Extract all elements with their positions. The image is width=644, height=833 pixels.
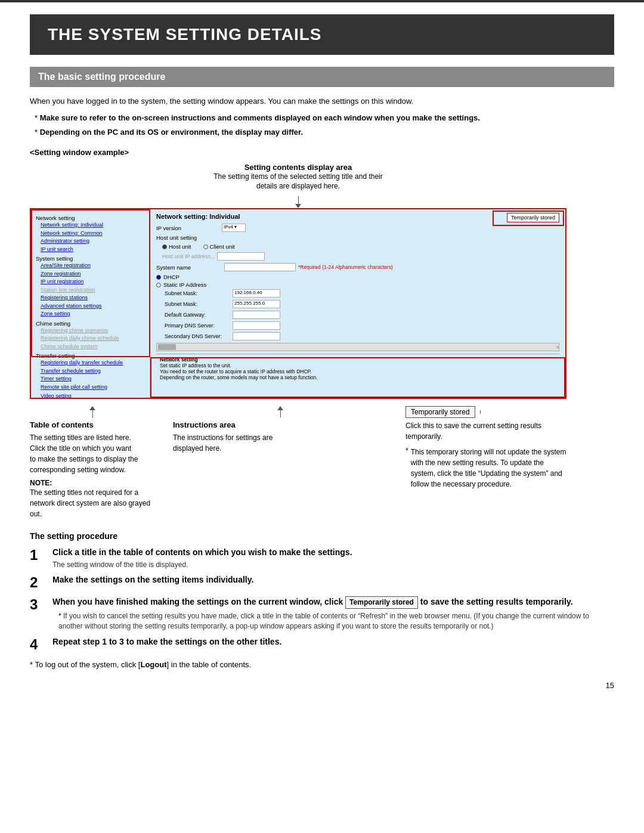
note-label: NOTE: — [30, 479, 155, 487]
step3-content: When you have finished making the settin… — [48, 596, 614, 631]
nav-group-transfer: Transfer setting — [36, 352, 145, 359]
step3-btn[interactable]: Temporarily stored — [345, 596, 418, 609]
setting-contents-area-label: Setting contents display area The settin… — [149, 163, 447, 192]
nav-zone-reg[interactable]: Zone registration — [36, 270, 145, 278]
mockup-secondary-dns-row: Secondary DNS Server: — [165, 332, 559, 340]
setting-window-label: <Setting window example> — [30, 148, 614, 157]
temp-stored-desc2: temporarily. — [405, 431, 566, 442]
procedure-section: The setting procedure 1 Click a title in… — [30, 531, 614, 669]
mockup-host-ip-input[interactable] — [217, 252, 265, 261]
mockup-content-title: Network setting: Individual — [156, 213, 559, 220]
note-text: The setting titles not required for a ne… — [30, 487, 155, 519]
setting-contents-title: Setting contents display area — [149, 163, 447, 172]
nav-admin-setting[interactable]: Administrator setting — [36, 237, 145, 246]
nav-station-line[interactable]: Station line registration — [36, 286, 145, 295]
section-title: The basic setting procedure — [38, 72, 606, 82]
temp-stored-desc1: Click this to save the current setting r… — [405, 420, 566, 431]
logout-note: To log out of the system, click [Logout]… — [35, 660, 251, 669]
step2-number: 2 — [30, 574, 48, 592]
nav-chime-scenarios[interactable]: Registering chime scenarios — [36, 327, 145, 335]
right-panel: Network setting: Individual Temporarily … — [150, 209, 565, 398]
mockup-dhcp-radio[interactable] — [156, 275, 161, 280]
section-heading: The basic setting procedure — [30, 67, 614, 87]
nav-group-network: Network setting — [36, 215, 145, 221]
mockup-client-unit-radio[interactable]: Client unit — [203, 243, 235, 250]
nav-chime-schedule[interactable]: Chime schedule system — [36, 343, 145, 351]
mockup-static-label: Static IP Address — [163, 281, 206, 288]
nav-ip-unit-reg[interactable]: IP unit registration — [36, 278, 145, 286]
mockup-subnet-label1: Subnet Mask: — [165, 290, 230, 296]
mockup-subnet-row: Subnet Mask: 255.255.255.0 — [165, 300, 559, 308]
setting-window-section: <Setting window example> Setting content… — [30, 148, 614, 520]
nav-transfer-schedule[interactable]: Transfer schedule setting — [36, 367, 145, 376]
mockup-primary-dns-input[interactable] — [233, 321, 280, 330]
mockup-ip-version-label: IP version — [156, 225, 222, 231]
nav-video[interactable]: Video setting — [36, 392, 145, 398]
step4-row: 4 Repeat step 1 to 3 to make the setting… — [30, 636, 614, 654]
mockup-required-note: *Required (1-24 Alphanumeric characters) — [298, 264, 393, 270]
instructions-desc2: displayed here. — [173, 443, 388, 454]
nav-zone-setting[interactable]: Zone setting — [36, 310, 145, 318]
step1-content: Click a title in the table of contents o… — [48, 547, 614, 569]
mockup-static-ip-input[interactable]: 192.168.0.40 — [233, 289, 280, 298]
mockup-radio-row: Host unit Client unit — [156, 243, 559, 250]
mockup-secondary-dns-input[interactable] — [233, 332, 280, 340]
nav-network-individual[interactable]: Network setting: Individual — [36, 221, 145, 230]
nav-adv-station[interactable]: Advanced station settings — [36, 302, 145, 311]
page-number: 15 — [30, 681, 614, 690]
mockup-static-row: Static IP Address — [156, 281, 559, 288]
mockup-gateway-input[interactable] — [233, 311, 280, 319]
mockup-scroll-thumb[interactable] — [158, 344, 176, 350]
main-title-banner: THE SYSTEM SETTING DETAILS — [30, 14, 614, 55]
mockup-ip-version-select[interactable]: IPv4 ▾ — [222, 224, 246, 232]
step3-main: When you have finished making the settin… — [52, 596, 614, 609]
mockup-host-unit-radio[interactable]: Host unit — [162, 243, 191, 250]
step1-number: 1 — [30, 547, 48, 564]
temp-stored-note-star: * — [405, 447, 408, 490]
mockup-gateway-row: Default Gateway: — [165, 311, 559, 319]
step4-main: Repeat step 1 to 3 to make the settings … — [52, 636, 614, 648]
step2-main: Make the settings on the setting items i… — [52, 574, 614, 586]
step2-content: Make the settings on the setting items i… — [48, 574, 614, 586]
mockup-scrollbar[interactable]: > — [156, 343, 559, 351]
step3-note-star: * — [58, 612, 63, 620]
temp-stored-note-container: * This temporary storing will not update… — [405, 447, 566, 490]
mockup-host-ip-row: Host unit IP address... — [156, 252, 559, 261]
nav-group-system: System setting — [36, 255, 145, 262]
step3-post: to save the setting results temporarily. — [420, 597, 573, 606]
mockup-static-ip-row: Subnet Mask: 192.168.0.40 — [165, 289, 559, 298]
mockup-instructions-bar: Network setting Set static IP address to… — [156, 354, 559, 383]
mockup-subnet-input[interactable]: 255.255.255.0 — [233, 300, 280, 308]
setting-contents-desc1: The setting items of the selected settin… — [149, 172, 447, 182]
mockup-system-name-input[interactable] — [224, 263, 296, 271]
nav-group-chime: Chime setting — [36, 320, 145, 327]
toc-desc3: to make the settings to display the — [30, 454, 155, 465]
mockup-static-fields: Subnet Mask: 192.168.0.40 Subnet Mask: 2… — [156, 289, 559, 340]
mockup-primary-dns-label: Primary DNS Server: — [165, 323, 230, 329]
mockup-temp-stored-btn[interactable]: Temporarily stored — [507, 213, 559, 222]
nav-network-common[interactable]: Network setting: Common — [36, 230, 145, 238]
mockup-ip-version-row: IP version IPv4 ▾ — [156, 224, 559, 232]
temp-stored-annotation: Temporarily stored Click this to save th… — [400, 406, 566, 519]
mockup-subnet-label2: Subnet Mask: — [165, 301, 230, 307]
nav-daily-chime[interactable]: Registering daily chime schedule — [36, 335, 145, 343]
step4-number: 4 — [30, 636, 48, 654]
nav-reg-stations[interactable]: Registering stations — [36, 294, 145, 302]
mockup-secondary-dns-label: Secondary DNS Server: — [165, 333, 230, 339]
instructions-desc1: The instructions for settings are — [173, 432, 388, 443]
mockup-instructions-line2: Set static IP address to the unit. — [160, 363, 556, 368]
nav-reg-daily-transfer[interactable]: Registering daily transfer schedule — [36, 359, 145, 367]
screenshot-mockup: Network setting Network setting: Individ… — [30, 208, 566, 399]
nav-timer[interactable]: Timer setting — [36, 375, 145, 383]
temp-stored-btn-display[interactable]: Temporarily stored — [405, 406, 475, 418]
mockup-gateway-label: Default Gateway: — [165, 312, 230, 318]
step3-row: 3 When you have finished making the sett… — [30, 596, 614, 631]
nav-ip-search[interactable]: IP unit search — [36, 246, 145, 254]
step3-pre: When you have finished making the settin… — [52, 597, 343, 606]
annotations-row: Table of contents The setting titles are… — [30, 406, 566, 519]
mockup-host-unit-label: Host unit — [169, 243, 191, 250]
mockup-static-radio[interactable] — [156, 283, 161, 287]
nav-area-site[interactable]: Area/Site registration — [36, 262, 145, 270]
toc-annotation: Table of contents The setting titles are… — [30, 406, 161, 519]
nav-remote-pilot[interactable]: Remote site pilot call setting — [36, 383, 145, 392]
